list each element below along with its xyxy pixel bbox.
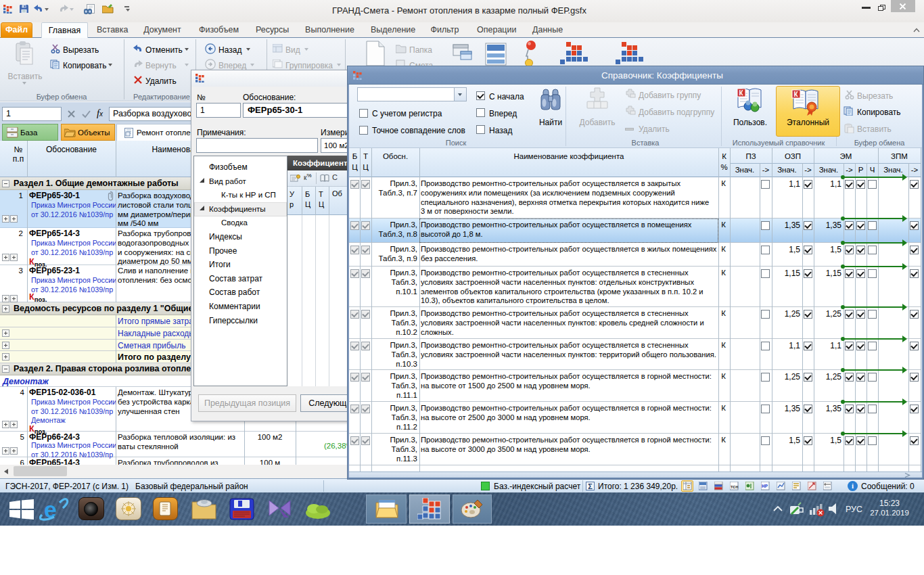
svg-text:НР: НР [762, 484, 768, 488]
svg-text:К: К [794, 91, 799, 98]
svg-text:К: К [739, 89, 744, 97]
svg-text:тсн: тсн [731, 484, 738, 489]
